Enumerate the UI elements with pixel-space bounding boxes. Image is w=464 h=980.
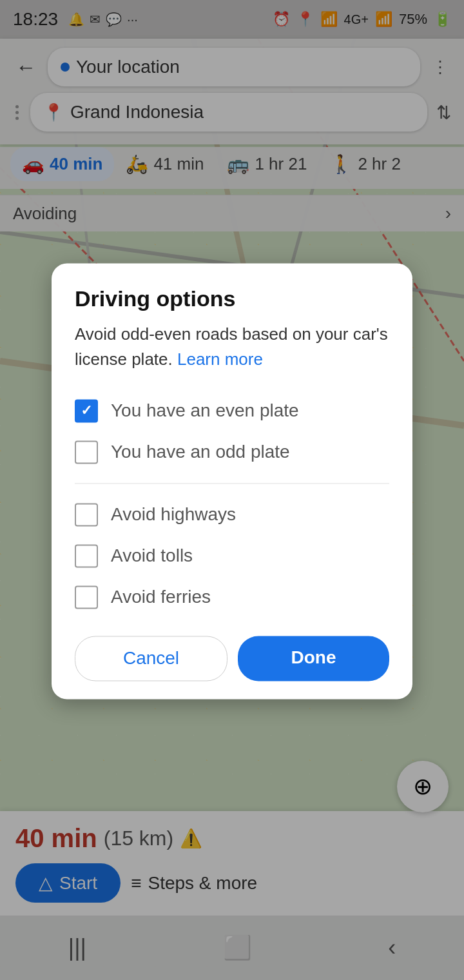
even-plate-checkbox[interactable] xyxy=(75,399,98,422)
avoid-highways-checkbox[interactable] xyxy=(75,503,98,526)
dialog-description: Avoid odd-even roads based on your car's… xyxy=(75,322,389,372)
avoid-tolls-label[interactable]: Avoid tolls xyxy=(111,545,193,566)
done-button[interactable]: Done xyxy=(238,636,389,681)
odd-plate-checkbox[interactable] xyxy=(75,440,98,464)
learn-more-link[interactable]: Learn more xyxy=(177,349,263,369)
odd-plate-row: You have an odd plate xyxy=(75,431,389,473)
avoid-highways-label[interactable]: Avoid highways xyxy=(111,504,236,525)
cancel-button[interactable]: Cancel xyxy=(75,636,227,681)
even-plate-row: You have an even plate xyxy=(75,390,389,431)
avoid-ferries-checkbox[interactable] xyxy=(75,585,98,609)
dialog-title: Driving options xyxy=(75,286,389,311)
avoid-ferries-row: Avoid ferries xyxy=(75,576,389,618)
dialog-buttons: Cancel Done xyxy=(75,636,389,681)
avoid-highways-row: Avoid highways xyxy=(75,494,389,535)
driving-options-dialog: Driving options Avoid odd-even roads bas… xyxy=(52,263,412,699)
avoid-tolls-checkbox[interactable] xyxy=(75,544,98,567)
odd-plate-label[interactable]: You have an odd plate xyxy=(111,442,290,462)
dialog-divider xyxy=(75,483,389,484)
even-plate-label[interactable]: You have an even plate xyxy=(111,400,299,421)
avoid-tolls-row: Avoid tolls xyxy=(75,535,389,576)
avoid-ferries-label[interactable]: Avoid ferries xyxy=(111,587,211,607)
